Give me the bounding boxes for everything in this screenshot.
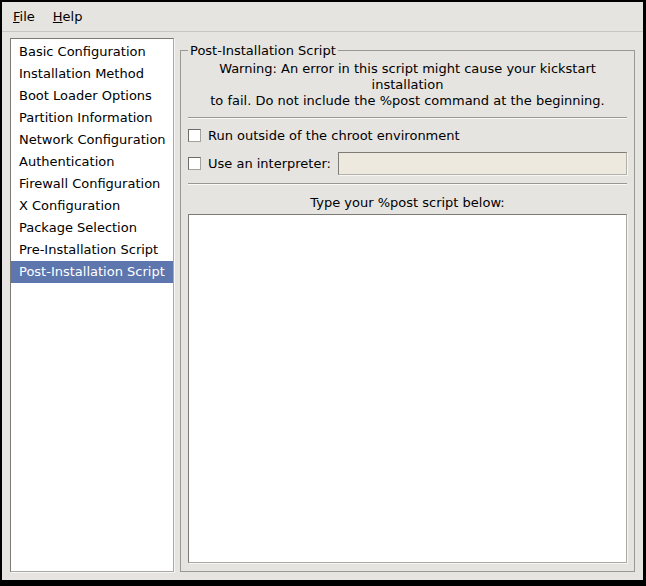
menu-bar: File Help [2,2,643,32]
separator-middle [188,183,627,185]
chroot-checkbox-label: Run outside of the chroot environment [208,128,460,143]
sidebar-item-basic-configuration[interactable]: Basic Configuration [11,41,173,63]
sidebar-item-installation-method[interactable]: Installation Method [11,63,173,85]
interpreter-checkbox[interactable] [188,157,201,170]
sidebar-item-authentication[interactable]: Authentication [11,151,173,173]
menu-file[interactable]: File [4,2,44,31]
chroot-checkbox-row: Run outside of the chroot environment [188,128,627,143]
frame-title: Post-Installation Script [188,43,338,58]
interpreter-checkbox-label: Use an interpreter: [208,156,331,171]
chroot-checkbox[interactable] [188,129,201,142]
warning-text: Warning: An error in this script might c… [188,61,627,109]
sidebar-list[interactable]: Basic ConfigurationInstallation MethodBo… [10,38,174,572]
sidebar-item-boot-loader-options[interactable]: Boot Loader Options [11,85,173,107]
menu-help[interactable]: Help [44,2,92,31]
menu-file-label: File [13,9,35,24]
sidebar-item-partition-information[interactable]: Partition Information [11,107,173,129]
sidebar-item-package-selection[interactable]: Package Selection [11,217,173,239]
sidebar-item-pre-installation-script[interactable]: Pre-Installation Script [11,239,173,261]
sidebar-item-firewall-configuration[interactable]: Firewall Configuration [11,173,173,195]
kickstart-configurator-window: File Help Basic ConfigurationInstallatio… [0,0,646,586]
sidebar-item-network-configuration[interactable]: Network Configuration [11,129,173,151]
menu-help-label: Help [53,9,83,24]
sidebar-item-x-configuration[interactable]: X Configuration [11,195,173,217]
main-content: Basic ConfigurationInstallation MethodBo… [2,32,643,580]
interpreter-checkbox-row: Use an interpreter: [188,152,627,175]
sidebar-item-post-installation-script[interactable]: Post-Installation Script [11,261,173,283]
separator-top [188,117,627,119]
post-script-textarea[interactable] [188,214,627,563]
post-installation-frame: Post-Installation Script Warning: An err… [180,43,635,572]
interpreter-entry[interactable] [338,152,627,175]
script-instruction-label: Type your %post script below: [188,195,627,210]
